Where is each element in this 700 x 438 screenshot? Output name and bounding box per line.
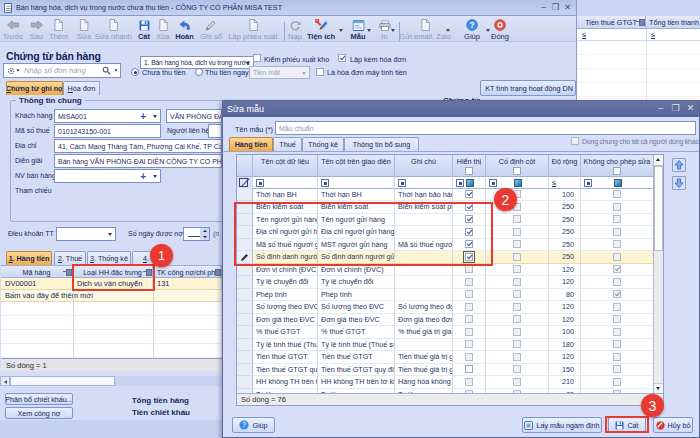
- customer-field[interactable]: MISA001 +: [54, 109, 161, 123]
- column-header[interactable]: Không cho phép sửa: [581, 155, 654, 177]
- column-checkbox[interactable]: [513, 167, 521, 175]
- cell-checkbox[interactable]: [513, 278, 521, 286]
- cell-checkbox[interactable]: [613, 278, 621, 286]
- get-default-template-button[interactable]: Lấy mẫu ngầm định: [522, 417, 602, 433]
- column-header[interactable]: Cố định cột: [486, 155, 549, 177]
- dialog-grid-row[interactable]: HH không TH trên tờHH không TH trên tờ k…: [237, 376, 663, 389]
- column-header[interactable]: Độ rộng: [549, 155, 581, 177]
- filter-icon[interactable]: [321, 179, 329, 187]
- item-tab-3[interactable]: 3. Thống kê: [87, 251, 131, 265]
- column-header[interactable]: Mã hàng: [1, 266, 73, 278]
- address-field[interactable]: 41, Cách Mạng Tháng Tám, Phường Cái Khế,…: [54, 139, 222, 153]
- scroll-up-icon[interactable]: [654, 155, 663, 166]
- allocate-discount-button[interactable]: Phân bổ chiết khấu...: [5, 393, 73, 405]
- paid-now-radio[interactable]: [195, 68, 203, 76]
- cell-checkbox[interactable]: [513, 215, 521, 223]
- dialog-grid-row[interactable]: Tiền thuế GTGTTiền thuế GTGTTiền thuế gi…: [237, 351, 663, 364]
- cell-checkbox[interactable]: [513, 265, 521, 273]
- dialog-tab-2[interactable]: Thuế: [273, 137, 302, 151]
- cell-checkbox[interactable]: [613, 240, 621, 248]
- help-button[interactable]: ? Giúp: [232, 417, 275, 433]
- filter-icon[interactable]: [256, 179, 264, 187]
- cell-checkbox[interactable]: [613, 365, 621, 373]
- add-icon[interactable]: +: [140, 111, 146, 122]
- chevron-down-icon[interactable]: [153, 115, 157, 118]
- column-header[interactable]: Hiển thị: [453, 155, 486, 177]
- terms-combo[interactable]: [56, 227, 116, 241]
- cell-checkbox[interactable]: [513, 378, 521, 386]
- cell-checkbox[interactable]: [613, 290, 621, 298]
- cell-checkbox[interactable]: [513, 303, 521, 311]
- cell-checkbox[interactable]: [465, 340, 473, 348]
- cell-checkbox[interactable]: [613, 378, 621, 386]
- cell-checkbox[interactable]: [613, 265, 621, 273]
- cell-checkbox[interactable]: [513, 365, 521, 373]
- template-name-input[interactable]: Mẫu chuẩn: [275, 121, 696, 135]
- column-header[interactable]: Tiền thuế GTGT: [577, 16, 646, 28]
- chevron-down-icon[interactable]: [153, 175, 157, 178]
- inventory-slip-checkbox[interactable]: [253, 54, 261, 62]
- vscroll-thumb[interactable]: [654, 166, 663, 251]
- not-paid-radio[interactable]: [131, 68, 139, 76]
- filter-checked-icon[interactable]: [514, 179, 522, 187]
- cell-checkbox[interactable]: [513, 315, 521, 323]
- move-up-button[interactable]: [672, 158, 686, 172]
- cell-checkbox[interactable]: [465, 315, 473, 323]
- column-checkbox[interactable]: [465, 167, 473, 175]
- cell-checkbox[interactable]: [613, 203, 621, 211]
- dialog-close-icon[interactable]: ✕: [686, 103, 695, 114]
- item-tab-2[interactable]: 2. Thuế: [54, 251, 86, 265]
- cell-checkbox[interactable]: [465, 278, 473, 286]
- tab-hoa-don[interactable]: Hóa đơn: [63, 81, 100, 95]
- pos-invoice-checkbox[interactable]: [316, 68, 324, 76]
- dialog-tab-4[interactable]: Thông tin bổ sung: [344, 137, 419, 151]
- cell-checkbox[interactable]: [513, 328, 521, 336]
- filter-icon[interactable]: [456, 179, 464, 187]
- filter-icon[interactable]: [489, 179, 497, 187]
- cell-checkbox[interactable]: [613, 190, 621, 198]
- dialog-grid-row[interactable]: Tiền thuế GTGT quyTiền thuế GTGT quy đổi…: [237, 364, 663, 377]
- cell-checkbox[interactable]: [513, 253, 521, 261]
- dialog-tab-3[interactable]: Thống kê: [302, 137, 344, 151]
- filter-checked-icon[interactable]: [614, 179, 622, 187]
- cell-checkbox[interactable]: [465, 303, 473, 311]
- dialog-grid-filter[interactable]: ≤: [237, 177, 663, 189]
- cell-checkbox[interactable]: [465, 365, 473, 373]
- cell-checkbox[interactable]: [465, 378, 473, 386]
- kt-status-button[interactable]: KT tình trạng hoạt động DN: [480, 80, 576, 96]
- cell-checkbox[interactable]: [465, 190, 473, 198]
- column-header[interactable]: Ghi chú: [395, 155, 453, 177]
- dialog-grid-row[interactable]: Phép tínhPhép tính80: [237, 289, 663, 302]
- cell-checkbox[interactable]: [513, 228, 521, 236]
- tab-chung-tu-ghi-no[interactable]: Chứng từ ghi nợ: [6, 81, 63, 95]
- cell-checkbox[interactable]: [613, 353, 621, 361]
- cell-checkbox[interactable]: [613, 328, 621, 336]
- select-all-icon[interactable]: [239, 178, 248, 187]
- column-checkbox[interactable]: [613, 167, 621, 175]
- cell-checkbox[interactable]: [513, 240, 521, 248]
- cell-checkbox[interactable]: [613, 315, 621, 323]
- cell-checkbox[interactable]: [613, 340, 621, 348]
- add-icon[interactable]: +: [140, 171, 146, 182]
- dialog-grid-row[interactable]: Thời hạn BHThời hạn BHThời hạn bảo hàn10…: [237, 189, 663, 202]
- column-header[interactable]: Tên cột trên giao diện: [318, 155, 395, 177]
- item-tab-1[interactable]: 1. Hàng tiền: [6, 251, 52, 265]
- filter-icon[interactable]: [584, 179, 592, 187]
- view-debt-button[interactable]: Xem công nợ: [5, 407, 73, 419]
- dialog-grid-row[interactable]: Tỷ lệ tính thuế (ThuếTỷ lệ tính thuế (Th…: [237, 339, 663, 352]
- dialog-grid-row[interactable]: Đơn giá theo ĐVCĐơn giá theo ĐVCĐơn giá …: [237, 314, 663, 327]
- cell-checkbox[interactable]: [513, 340, 521, 348]
- item-grid-row[interactable]: Bấm vào đây để thêm mới: [1, 290, 222, 302]
- background-grid-filter[interactable]: ≤ ≤: [577, 29, 700, 41]
- cell-checkbox[interactable]: [465, 353, 473, 361]
- dialog-maximize-icon[interactable]: ❒: [671, 103, 680, 114]
- column-header[interactable]: Tổng tiền thanh toán: [646, 16, 700, 28]
- dialog-grid-vscrollbar[interactable]: [653, 155, 663, 406]
- contact-field[interactable]: [208, 124, 222, 138]
- search-input[interactable]: Nhập số đơn hàng: [3, 63, 121, 78]
- customer-name-field[interactable]: VĂN PHÒNG ĐẠI: [166, 109, 222, 123]
- taxcode-field[interactable]: 0101243150-001: [54, 124, 161, 138]
- dialog-tab-1[interactable]: Hàng tiền: [229, 137, 273, 151]
- column-header[interactable]: Tên cột dữ liệu: [253, 155, 318, 177]
- filter-icon[interactable]: [398, 179, 406, 187]
